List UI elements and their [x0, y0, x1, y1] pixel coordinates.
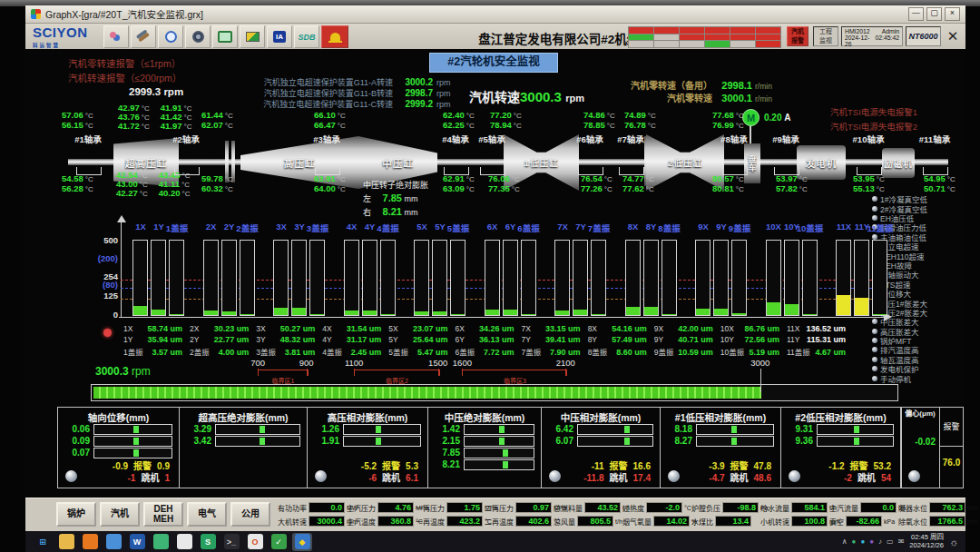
taskbar-app-button[interactable] [174, 533, 194, 551]
annunciator-cell[interactable] [705, 41, 730, 47]
nav-button[interactable]: DEH MEH [143, 502, 183, 527]
annunciator-cell[interactable] [629, 34, 653, 41]
taskbar-app-button[interactable] [151, 533, 171, 551]
annunciator-cell[interactable] [756, 27, 780, 34]
panel-row: 6.07 [548, 435, 653, 447]
vibration-column: 9X [695, 222, 710, 316]
nav-button[interactable]: 锅炉 [56, 502, 96, 527]
taskbar-app-button[interactable]: >_ [221, 533, 241, 551]
metric-value: 0.97 [515, 502, 552, 513]
taskbar-app-button[interactable]: ✓ [269, 533, 289, 551]
taskbar-app-icon [59, 534, 74, 549]
status-lamp-icon [872, 319, 877, 324]
session-button[interactable] [158, 25, 183, 48]
annunciator-cell[interactable] [680, 27, 704, 34]
taskbar-app-button[interactable]: ⊞ [33, 533, 53, 551]
taskbar-app-button[interactable] [80, 533, 100, 551]
vibration-table-cell: 5盖振5.47 um [386, 346, 450, 356]
vibration-column: 11盖振 [872, 222, 887, 316]
annunciator-cell[interactable] [705, 27, 730, 34]
metric: 给水流量 584.1 t/h [760, 501, 828, 514]
vibration-bar-label: 5盖振 [440, 222, 476, 232]
vibration-column: 10X [766, 222, 781, 316]
metric-label: 小机转速 [760, 517, 789, 527]
status-lamp-icon [872, 215, 877, 221]
zero-speed-row: 汽机零转速（备用）2998.1r/min [567, 78, 772, 91]
vibration-column: 9盖振 [731, 222, 747, 316]
vibration-bar [854, 240, 869, 316]
taskbar-app-button[interactable]: W [127, 533, 147, 551]
annunciator-cell[interactable] [705, 34, 730, 41]
turbine-alarm-button[interactable]: 汽机报警 [787, 26, 808, 46]
minimize-button[interactable]: — [908, 7, 924, 21]
close-button[interactable]: × [945, 7, 960, 21]
taskbar-app-icon [106, 534, 122, 549]
annunciator-cell[interactable] [629, 41, 653, 47]
users-button[interactable] [103, 25, 129, 48]
vibration-table-cell: 8X54.16 um [585, 324, 650, 334]
annunciator-cell[interactable] [629, 27, 653, 34]
metric-label: 真空 [829, 517, 844, 527]
taskbar-app-button[interactable]: S [198, 533, 218, 551]
toolbar-close-icon[interactable]: ✕ [944, 26, 962, 46]
tray-icon[interactable]: ● [869, 537, 874, 546]
status-lamp-icon [872, 338, 877, 343]
taskbar-app-button[interactable]: O [245, 533, 265, 551]
metric-value: 3000.4 [309, 516, 345, 527]
metric-value: -82.66 [846, 516, 882, 527]
tray-icon[interactable]: ▭ [887, 537, 894, 546]
annunciator-cell[interactable] [730, 41, 755, 47]
ja-button[interactable]: IA [267, 25, 292, 48]
panel-bar [464, 448, 534, 458]
tools-icon [138, 32, 150, 42]
tray-icon[interactable]: ✉ [898, 537, 905, 546]
sdb-button[interactable]: SDB [294, 25, 319, 48]
nav-button[interactable]: 电气 [187, 502, 227, 527]
display-button[interactable] [212, 25, 238, 48]
annunciator-cell[interactable] [654, 27, 679, 34]
os-taskbar: ⊞ W [25, 531, 965, 552]
tray-icon[interactable]: ∧ [842, 537, 848, 546]
tray-icon[interactable]: ● [860, 537, 865, 546]
taskbar-app-button[interactable]: ◆ [292, 533, 312, 551]
annunciator-cell[interactable] [756, 41, 780, 47]
vibration-value-table: 1X58.74 um2X30.23 um3X50.27 um4X31.54 um… [121, 324, 848, 356]
annunciator-cell[interactable] [654, 34, 679, 41]
alarm-bell-icon [330, 33, 340, 41]
tray-icon[interactable]: ♪ [878, 537, 882, 546]
speed-bar-track [91, 384, 898, 401]
annunciator-cell[interactable] [680, 34, 704, 41]
maximize-button[interactable]: ▢ [926, 7, 942, 21]
annunciator-cell[interactable] [654, 41, 679, 47]
nav-button[interactable]: 公用 [230, 502, 270, 527]
panel-bar [93, 448, 172, 458]
bearing: #5轴承 77.20°C78.94°C 76.06°C77.35°C [456, 133, 528, 145]
taskbar-app-button[interactable] [56, 533, 76, 551]
vibration-bar-fill [133, 306, 147, 315]
tools-button[interactable] [131, 25, 156, 48]
mode-switch[interactable]: 工程监视 [813, 26, 838, 46]
settings-button[interactable] [185, 25, 211, 48]
annunciator-cell[interactable] [730, 27, 755, 34]
vibration-group: 6X6Y6盖振 [485, 222, 536, 316]
panel-bar [343, 424, 421, 435]
speed-mark-label: 1500 [428, 358, 447, 368]
alarm-bell-button[interactable] [321, 25, 348, 48]
metric: 二再压力 0.97 MPa [485, 501, 553, 514]
annunciator-cell[interactable] [756, 34, 780, 41]
taskbar-app-button[interactable] [103, 533, 123, 551]
metric: 烟气氧量 14.02 % [622, 515, 691, 527]
taskbar-clock[interactable]: 02:45 周四2024/12/26 [909, 534, 944, 549]
nav-button[interactable]: 汽机 [100, 502, 140, 527]
metric: 水煤比 13.4 [691, 515, 760, 527]
notifications-icon[interactable]: ☼ [949, 537, 958, 547]
panel-trip-limits: -1跳机1 [122, 470, 170, 484]
taskbar-app-icon [153, 534, 169, 549]
vibration-group: 7X7Y7盖振 [554, 222, 606, 316]
annunciator-cell[interactable] [680, 41, 704, 47]
annunciator-cell[interactable] [730, 34, 755, 41]
mimic-canvas: 汽机零转速报警（≤1rpm） 汽机转速报警（≤200rpm） #2汽轮机安全监视… [25, 49, 965, 498]
cards-button[interactable] [240, 25, 265, 48]
panel-row: 3.42 [186, 435, 300, 447]
tray-icon[interactable]: ● [852, 537, 857, 546]
